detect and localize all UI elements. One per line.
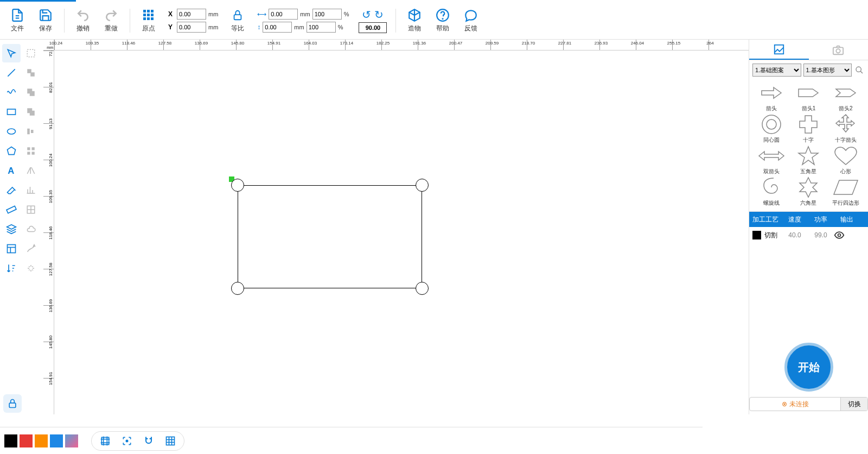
svg-rect-25 <box>27 152 30 155</box>
start-button[interactable]: 开始 <box>784 343 833 392</box>
height-input[interactable] <box>263 22 292 33</box>
shape-六角星[interactable]: 六角星 <box>790 176 826 207</box>
shape-tool-2[interactable] <box>22 64 40 82</box>
shape-箭头1[interactable]: 箭头1 <box>790 82 826 112</box>
svg-point-54 <box>126 440 127 442</box>
width-icon: ⟷ <box>257 10 266 18</box>
aspect-lock-button[interactable]: 等比 <box>225 4 251 37</box>
shape-十字箭头[interactable]: 十字箭头 <box>828 114 864 144</box>
handle-bl[interactable] <box>231 282 244 295</box>
help-button[interactable]: 帮助 <box>430 4 456 37</box>
mirror-tool[interactable] <box>22 161 40 180</box>
shape-五角星[interactable]: 五角星 <box>790 145 826 175</box>
svg-rect-9 <box>147 17 150 20</box>
measure-tool[interactable] <box>2 200 21 219</box>
shape-螺旋线[interactable]: 螺旋线 <box>754 176 789 207</box>
eraser-tool[interactable] <box>2 181 21 199</box>
shape-箭头[interactable]: 箭头 <box>754 82 789 112</box>
switch-button[interactable]: 切换 <box>840 398 867 411</box>
redo-button[interactable]: 重做 <box>98 4 124 37</box>
align-tool[interactable] <box>22 122 40 141</box>
ellipse-tool[interactable] <box>2 122 21 141</box>
polygon-tool[interactable] <box>2 142 21 160</box>
svg-rect-11 <box>234 15 241 20</box>
rotation-input[interactable] <box>359 22 387 33</box>
chart-tool[interactable] <box>22 181 40 199</box>
focus-tool[interactable] <box>119 433 135 449</box>
svg-rect-7 <box>151 14 154 16</box>
search-icon[interactable] <box>854 65 865 75</box>
svg-marker-32 <box>7 225 16 229</box>
origin-button[interactable]: 原点 <box>136 4 162 37</box>
grid-snap-tool[interactable] <box>22 200 40 219</box>
select-tool[interactable] <box>2 44 21 62</box>
rotate-ccw-icon[interactable]: ↺ <box>362 8 371 21</box>
color-swatch-4[interactable] <box>65 434 78 447</box>
curve-tool[interactable] <box>2 83 21 102</box>
svg-marker-22 <box>8 147 16 155</box>
text-tool[interactable]: A <box>2 161 21 180</box>
file-button[interactable]: 文件 <box>4 4 30 37</box>
shape-箭头2[interactable]: 箭头2 <box>828 82 864 112</box>
x-input[interactable] <box>177 9 206 20</box>
color-swatch[interactable] <box>752 231 761 239</box>
cloud-tool[interactable] <box>22 220 40 238</box>
path-tool[interactable] <box>22 239 40 258</box>
height-pct-input[interactable] <box>307 22 336 33</box>
category-select[interactable]: 1.基础图案 <box>752 64 801 77</box>
handle-tr[interactable] <box>416 179 429 192</box>
canvas[interactable] <box>54 51 749 414</box>
marquee-tool[interactable] <box>22 44 40 62</box>
canvas-shape-rect[interactable] <box>238 185 422 288</box>
layers-tool[interactable] <box>2 220 21 238</box>
svg-rect-4 <box>151 10 154 12</box>
line-tool[interactable] <box>2 64 21 82</box>
subcategory-select[interactable]: 1.基本图形 <box>803 64 852 77</box>
svg-rect-55 <box>167 437 175 445</box>
bottom-bar <box>0 427 703 454</box>
undo-button[interactable]: 撤销 <box>70 4 96 37</box>
svg-rect-33 <box>8 245 16 253</box>
svg-marker-45 <box>800 178 817 197</box>
save-icon <box>38 8 53 23</box>
color-swatch-3[interactable] <box>50 434 63 447</box>
width-pct-input[interactable] <box>312 9 342 20</box>
feedback-button[interactable]: 反馈 <box>458 4 484 37</box>
shape-双箭头[interactable]: 双箭头 <box>754 145 789 175</box>
shape-同心圆[interactable]: 同心圆 <box>754 114 789 144</box>
shapes-library: 箭头箭头1箭头2同心圆十字十字箭头双箭头五角星心形螺旋线六角星平行四边形 <box>749 80 868 209</box>
sort-tool[interactable] <box>2 259 21 278</box>
feedback-icon <box>463 8 478 23</box>
canvas-lock-button[interactable] <box>3 394 22 413</box>
grid-icon <box>141 8 156 23</box>
camera-tab[interactable] <box>809 40 869 60</box>
grid-toggle[interactable] <box>162 433 178 449</box>
frame-tool[interactable] <box>97 433 113 449</box>
color-swatch-2[interactable] <box>35 434 48 447</box>
shape-心形[interactable]: 心形 <box>828 145 864 175</box>
magnet-tool[interactable] <box>141 433 157 449</box>
create-button[interactable]: 造物 <box>401 4 427 37</box>
shape-十字[interactable]: 十字 <box>790 114 826 144</box>
rect-tool[interactable] <box>2 103 21 121</box>
rotate-cw-icon[interactable]: ↻ <box>374 8 384 21</box>
right-panel: 1.基础图案 1.基本图形 箭头箭头1箭头2同心圆十字十字箭头双箭头五角星心形螺… <box>749 40 868 414</box>
shapes-tab[interactable] <box>749 40 809 60</box>
layer-tool[interactable] <box>22 83 40 102</box>
color-swatch-0[interactable] <box>4 434 17 447</box>
template-tool[interactable] <box>2 239 21 258</box>
visibility-toggle[interactable] <box>834 230 860 241</box>
handle-tl[interactable] <box>231 179 244 192</box>
width-input[interactable] <box>269 9 298 20</box>
union-tool[interactable] <box>22 103 40 121</box>
color-swatch-1[interactable] <box>20 434 33 447</box>
shape-平行四边形[interactable]: 平行四边形 <box>828 176 864 207</box>
array-tool[interactable] <box>22 142 40 160</box>
spark-tool[interactable] <box>22 259 40 278</box>
save-button[interactable]: 保存 <box>33 4 59 37</box>
handle-br[interactable] <box>416 282 429 295</box>
svg-line-15 <box>8 69 15 76</box>
process-row[interactable]: 切割 40.0 99.0 <box>749 227 868 243</box>
top-toolbar: 文件 保存 撤销 重做 原点 Xmm Ymm 等比 ⟷mm% ↕mm% ↺↻ 造… <box>0 2 868 40</box>
y-input[interactable] <box>177 22 206 33</box>
